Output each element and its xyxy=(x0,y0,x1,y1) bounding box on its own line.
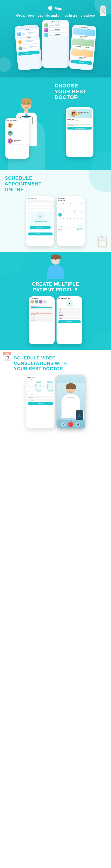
patient-avatars-row: + xyxy=(30,300,53,304)
hand-tablet-decoration: 📋 xyxy=(95,235,109,248)
next-month-btn[interactable]: › xyxy=(83,200,83,201)
patient-contact-field: Whatsapp xyxy=(28,399,53,401)
schedule-video-screen: Appointment Morning Schedule Mon 9:00 PM… xyxy=(26,375,55,406)
cal-appt-title: Appointment xyxy=(58,198,83,199)
patient-heading-line1: CREATE MULTIPLE xyxy=(32,281,79,287)
form-field-gender: Gender Female xyxy=(58,317,81,319)
lname-content: Last Name Alexander xyxy=(59,311,80,313)
sched-slot-2b[interactable]: 11:00 AM xyxy=(47,384,53,386)
sched-slot-2a[interactable]: 10:00 AM xyxy=(35,384,41,386)
report-date: Oct 12, 2022 xyxy=(31,308,52,309)
video-phones-row: Appointment Morning Schedule Mon 9:00 PM… xyxy=(0,375,111,434)
add-calendar-btn[interactable]: Add to Calendar ＋ xyxy=(30,226,51,229)
cal-d22: 18 xyxy=(58,217,62,220)
report-card-title-2: MRI Scan Report xyxy=(31,311,52,313)
patient-info-section: Patient Information Name Last Whatsapp xyxy=(28,394,53,401)
self-view-icon: 👤 xyxy=(78,414,81,417)
time-row-1: Morning 9:00 AM xyxy=(58,224,83,228)
gender-value: Female xyxy=(59,318,80,319)
clinic-lines-3: Cardiology... xyxy=(49,34,67,36)
video-line2: CONSULTATIONS WITH xyxy=(14,361,67,366)
appt-screen-title: Appointment xyxy=(28,198,53,199)
cal-d18: 14 xyxy=(69,213,73,216)
add-patient-btn[interactable]: + xyxy=(43,300,47,304)
sched-slot-4b[interactable]: 1:00 Set xyxy=(48,390,53,392)
dr-avatar-3: 👩‍⚕️ xyxy=(7,138,13,144)
video-line3: YOUR BEST DOCTOR xyxy=(14,366,63,371)
nurse-illustration: Find your Doctor 👩 Dr. Leslie Alexander … xyxy=(7,100,46,170)
pill-bottle-decoration xyxy=(98,5,108,18)
calendar-screen: Appointment October 2022 ‹ › S M T W T xyxy=(57,196,85,232)
sched-slot-1b[interactable]: 10:00 PM xyxy=(47,381,53,383)
fname-content: First Name Leslie xyxy=(59,308,80,310)
phone-right: Hospital List General Hospital Massachus… xyxy=(69,24,96,70)
report-card-2: MRI Scan Report Sep 28, 2022 xyxy=(30,311,53,316)
clinic-img-1 xyxy=(44,24,48,27)
patient-heading: CREATE MULTIPLE PATIENT PROFILE xyxy=(5,281,106,293)
nurse-mouth xyxy=(25,107,28,108)
heading-your-best: YOUR BEST xyxy=(55,89,86,94)
cal-head-s: S xyxy=(58,202,62,205)
heading-choose: CHOOSE xyxy=(55,83,78,89)
report-card-title-3: X-Ray Report xyxy=(31,317,52,318)
cal-d33: 29 xyxy=(73,220,76,224)
cal-head-m: M xyxy=(62,202,65,205)
cal-days-header: S M T W T F S xyxy=(58,202,83,205)
save-profile-btn[interactable]: Save Profile xyxy=(58,320,81,323)
nurse-figure-area: Find your Doctor 👩 Dr. Leslie Alexander … xyxy=(0,78,53,170)
patient-profile-section: CREATE MULTIPLE PATIENT PROFILE Clinic R… xyxy=(0,252,111,350)
logo-heart-icon xyxy=(47,5,53,11)
clinic-img-2 xyxy=(44,28,48,32)
continue-appt-btn[interactable]: Continue → xyxy=(28,232,53,236)
cal-d15[interactable]: 11 xyxy=(58,213,62,216)
working-time-label: Working Time xyxy=(67,119,92,120)
mask xyxy=(52,260,59,264)
time-slots-area: Morning 9:00 AM Afternoon 12:00 PM xyxy=(58,224,83,231)
patient-avatar-3 xyxy=(39,300,43,304)
nurse-eye-r xyxy=(28,103,29,104)
phone-center-screen: Clinic Visit General Car... Neurology... xyxy=(42,20,69,68)
morning-sched-label: Morning Schedule xyxy=(28,378,53,379)
patient-profile-phone: Profile Appointment ✓ First Name Leslie … xyxy=(57,296,82,344)
schedule-consult-btn[interactable]: Schedule xyxy=(28,402,53,405)
profile-check-area: ✓ xyxy=(58,300,81,307)
about-label: About xyxy=(67,122,92,123)
vcall-end-btn[interactable]: 📞 xyxy=(68,422,73,427)
schedule-video-phone: Appointment Morning Schedule Mon 9:00 PM… xyxy=(26,375,55,429)
svg-point-5 xyxy=(101,13,103,14)
lname-value: Alexander xyxy=(59,312,80,313)
choose-doctor-section: Find your Doctor 👩 Dr. Leslie Alexander … xyxy=(0,78,111,170)
dr-info-2: Dr. Leslie Alexander Neurologist ★★★★★ xyxy=(14,131,27,135)
prev-month-btn[interactable]: ‹ xyxy=(82,200,82,201)
hero-tagline: Get all your hospitals and clinics in a … xyxy=(4,13,107,18)
book-appointment-btn[interactable]: Book Appointment xyxy=(67,127,92,129)
patient-info-label: Patient Information xyxy=(28,394,53,396)
vcall-bg-area: 👤 Leslie 1:19 🎤 📞 📹 xyxy=(57,375,85,429)
sched-slot-3b[interactable]: 12:00 PM xyxy=(47,387,53,389)
cal-head-t: T xyxy=(65,202,69,205)
phone-right-screen: Hospital List General Hospital Massachus… xyxy=(69,24,96,70)
time-slot-1[interactable]: 9:00 AM xyxy=(78,225,83,227)
cal-d7: 3 xyxy=(80,206,83,210)
continue-btn-2[interactable]: Continue xyxy=(71,60,92,65)
clinic-item-1: General Car... xyxy=(43,23,68,27)
time-slot-2[interactable]: 12:00 PM xyxy=(77,228,83,230)
form-field-lastname: Last Name Alexander xyxy=(58,311,81,313)
appt-booked-screen: Appointment Add a Payment ✓ Appointment … xyxy=(26,196,54,237)
vcall-cam-btn[interactable]: 📹 xyxy=(75,422,80,427)
sched-slot-1a[interactable]: 9:00 PM xyxy=(36,381,41,383)
cvv-field xyxy=(40,206,52,208)
dr-detail-rating: ★★★★★ 4.9 xyxy=(78,114,89,115)
sched-slot-3a[interactable]: 11:00 AM xyxy=(35,387,41,389)
continue-btn[interactable]: Continue xyxy=(18,51,40,56)
vcall-eye-l xyxy=(68,388,69,389)
vcall-mic-btn[interactable]: 🎤 xyxy=(61,422,66,427)
screen-doctor-2 xyxy=(17,44,39,51)
hospital-card-1: General Hospital Massachusetts xyxy=(73,28,95,39)
appt-booked-title: Appointment Booked xyxy=(30,221,51,222)
sched-slot-4a[interactable]: 1:00 PM xyxy=(36,390,41,392)
doctor-profile-screen: Find your Doctor 👩 Dr. Leslie Alexander … xyxy=(5,118,29,159)
gender-content: Gender Female xyxy=(59,317,80,319)
dr-detail-avatar: 👩 xyxy=(71,110,77,117)
dr-card-1: 👩 Dr. Leslie Alexander Neurologist ★★★★★ xyxy=(7,122,28,129)
